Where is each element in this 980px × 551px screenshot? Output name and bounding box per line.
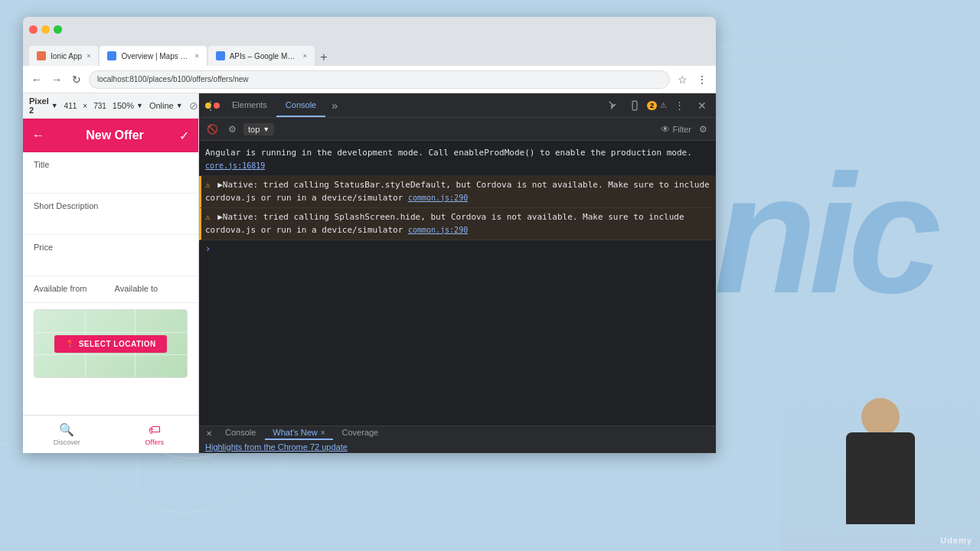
app-back-button[interactable]: ← <box>32 129 44 142</box>
device-zoom-selector[interactable]: 150% ▼ <box>113 101 143 110</box>
form-field-description: Short Description <box>23 194 198 235</box>
nav-item-offers[interactable]: 🏷 Offers <box>111 423 199 446</box>
forward-btn[interactable]: → <box>49 72 64 87</box>
browser-tabs-bar: Ionic App × Overview | Maps Static API .… <box>23 41 716 66</box>
devtools-close-btn[interactable]: ✕ <box>691 99 713 112</box>
warning-icon: ⚠ <box>660 101 667 109</box>
device-more-icon[interactable]: ⋮ <box>204 99 217 113</box>
drawer-coverage-label: Coverage <box>342 428 379 437</box>
dt-device-btn[interactable] <box>626 96 644 115</box>
select-location-button[interactable]: 📍 SELECT LOCATION <box>54 335 167 353</box>
drawer-close-btn[interactable]: ✕ <box>202 426 216 440</box>
device-height: 731 <box>93 102 106 110</box>
console-settings-btn[interactable]: ⚙ <box>224 121 240 138</box>
context-value: top <box>248 125 260 134</box>
drawer-whats-new-label: What's New <box>273 428 317 437</box>
reload-btn[interactable]: ↻ <box>69 72 84 87</box>
form-label-price: Price <box>34 243 188 252</box>
browser-window: Ionic App × Overview | Maps Static API .… <box>23 17 716 453</box>
device-x-separator: × <box>83 102 87 110</box>
console-link-common1[interactable]: common.js:290 <box>408 194 468 202</box>
app-header: ← New Offer ✓ <box>23 119 198 152</box>
console-entry-splashscreen: ⚠ ▶Native: tried calling SplashScreen.hi… <box>199 208 716 240</box>
browser-tab-maps[interactable]: Overview | Maps Static API ... × <box>100 46 206 66</box>
dt-inspect-btn[interactable] <box>604 96 622 115</box>
eye-icon: 👁 <box>661 124 670 135</box>
context-chevron-icon: ▼ <box>263 126 270 133</box>
app-form: Title Short Description Price Available … <box>23 152 198 415</box>
warning-badge: 2 <box>647 101 657 110</box>
form-input-description[interactable] <box>34 213 188 227</box>
form-field-date-to: Available to <box>115 284 188 295</box>
bookmark-btn[interactable]: ☆ <box>675 72 690 87</box>
browser-tab-apis[interactable]: APIs – Google Maps – Ionic ... × <box>208 46 315 66</box>
console-toolbar: 🚫 ⚙ top ▼ 👁 Filter ⚙ <box>199 118 716 141</box>
browser-titlebar <box>23 17 716 41</box>
tab-favicon-maps <box>107 51 116 60</box>
window-controls <box>29 25 62 34</box>
filter-button[interactable]: Filter <box>673 125 691 134</box>
discover-label: Discover <box>54 439 80 446</box>
console-entry-angular: Angular is running in the development mo… <box>199 144 716 176</box>
form-input-price[interactable] <box>34 254 188 268</box>
drawer-tab-coverage[interactable]: Coverage <box>335 426 387 440</box>
udemy-watermark: Udemy <box>940 536 972 545</box>
tab-close-apis[interactable]: × <box>303 52 307 60</box>
device-width: 411 <box>64 102 77 110</box>
device-network-value: Online <box>149 101 174 110</box>
dt-eye-btn[interactable]: 👁 <box>661 124 670 135</box>
devtools-tab-elements[interactable]: Elements <box>223 93 276 117</box>
devtools-panel: Elements Console » <box>199 93 716 453</box>
offers-icon: 🏷 <box>149 423 161 437</box>
console-clear-btn[interactable]: 🚫 <box>204 121 220 138</box>
drawer-whats-new-close[interactable]: × <box>321 429 325 437</box>
address-bar[interactable]: localhost:8100/places/b100/offers/offers… <box>89 70 670 89</box>
map-container: 📍 SELECT LOCATION <box>34 309 188 378</box>
tab-favicon-apis <box>216 51 225 60</box>
console-link-core[interactable]: core.js:16819 <box>205 161 265 170</box>
browser-content: Pixel 2 ▼ 411 × 731 150% ▼ Online ▼ ⊘ ⋮ <box>23 93 716 453</box>
filter-label: Filter <box>673 125 691 134</box>
svg-rect-7 <box>632 101 637 110</box>
tab-close-ionic[interactable]: × <box>87 52 90 60</box>
app-confirm-button[interactable]: ✓ <box>179 129 189 143</box>
drawer-content[interactable]: Highlights from the Chrome 72 update <box>199 440 716 453</box>
console-prompt[interactable]: › <box>199 240 716 257</box>
form-field-title: Title <box>23 152 198 194</box>
drawer-tab-whats-new[interactable]: What's New × <box>265 426 332 440</box>
console-link-common2[interactable]: common.js:290 <box>408 226 468 234</box>
back-btn[interactable]: ← <box>29 72 44 87</box>
browser-tab-ionic[interactable]: Ionic App × <box>29 46 98 66</box>
tab-label-apis: APIs – Google Maps – Ionic ... <box>230 52 299 60</box>
drawer-tab-console[interactable]: Console <box>217 426 263 440</box>
window-minimize-btn[interactable] <box>41 25 50 34</box>
location-pin-icon: 📍 <box>65 340 75 348</box>
device-name: Pixel 2 <box>29 96 49 115</box>
devtools-tabs: Elements Console » <box>223 93 344 117</box>
form-date-row: Available from Available to <box>23 276 198 303</box>
console-gear-btn[interactable]: ⚙ <box>694 121 711 138</box>
app-title: New Offer <box>51 129 179 142</box>
form-input-title[interactable] <box>34 171 188 185</box>
tab-close-maps[interactable]: × <box>194 52 198 60</box>
no-throttle-icon[interactable]: ⊘ <box>189 99 198 112</box>
devtools-tab-console[interactable]: Console <box>276 93 325 117</box>
device-selector[interactable]: Pixel 2 ▼ <box>29 96 58 115</box>
dt-more-btn[interactable]: ⋮ <box>670 96 688 115</box>
mobile-simulator-pane: Pixel 2 ▼ 411 × 731 150% ▼ Online ▼ ⊘ ⋮ <box>23 93 199 453</box>
select-location-label: SELECT LOCATION <box>79 340 156 348</box>
tab-label-ionic: Ionic App <box>51 52 82 60</box>
window-close-btn[interactable] <box>29 25 38 34</box>
nav-item-discover[interactable]: 🔍 Discover <box>23 422 111 446</box>
menu-btn[interactable]: ⋮ <box>694 72 710 87</box>
context-dropdown[interactable]: top ▼ <box>243 123 274 135</box>
tab-favicon-ionic <box>37 51 46 60</box>
mobile-screen: ← New Offer ✓ Title Short Description <box>23 119 198 453</box>
form-label-date-to: Available to <box>115 284 188 293</box>
devtools-tab-more[interactable]: » <box>325 93 344 117</box>
new-tab-btn[interactable]: + <box>316 49 332 66</box>
device-network-selector[interactable]: Online ▼ <box>149 101 183 110</box>
presenter-overlay <box>766 352 980 551</box>
devtools-actions: 2 ⚠ ⋮ ✕ <box>604 96 713 115</box>
window-maximize-btn[interactable] <box>54 25 62 34</box>
